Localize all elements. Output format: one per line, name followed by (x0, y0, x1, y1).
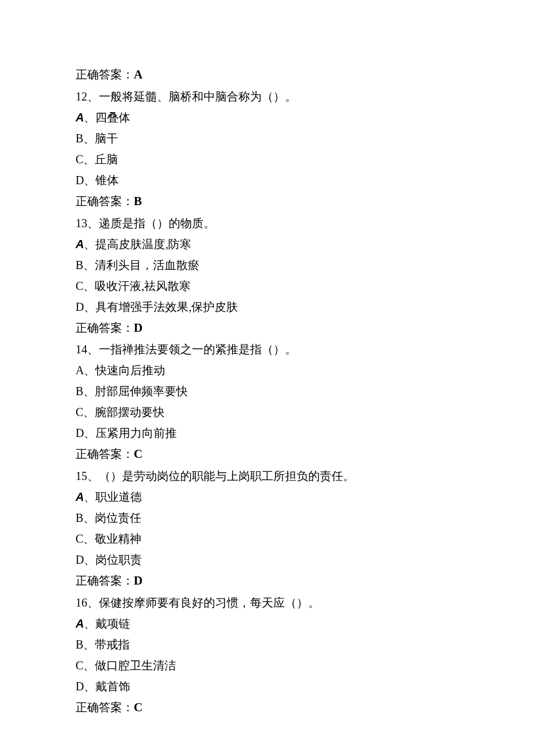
answer-line: 正确答案：C (76, 697, 459, 719)
answer-value: D (134, 574, 142, 587)
option-c: C、丘脑 (76, 149, 459, 170)
option-c: C、敬业精神 (76, 528, 459, 549)
answer-line: 正确答案：D (76, 317, 459, 339)
option-c: C、做口腔卫生清洁 (76, 655, 459, 676)
question-stem: 15、（）是劳动岗位的职能与上岗职工所担负的责任。 (76, 465, 459, 486)
option-letter: A (76, 617, 84, 630)
answer-label: 正确答案： (76, 574, 134, 587)
option-b: B、清利头目，活血散瘀 (76, 255, 459, 275)
answer-line: 正确答案：D (76, 570, 459, 592)
question-stem: 16、保健按摩师要有良好的习惯，每天应（）。 (76, 592, 459, 613)
answer-line: 正确答案：C (76, 443, 459, 465)
answer-value: C (134, 700, 142, 714)
option-d: D、具有增强手法效果,保护皮肤 (76, 296, 459, 317)
option-a: A、戴项链 (76, 613, 459, 634)
option-text: 、四叠体 (84, 111, 130, 124)
answer-label: 正确答案： (76, 447, 134, 460)
option-a: A、提高皮肤温度,防寒 (76, 234, 459, 255)
answer-value: C (134, 447, 142, 461)
option-letter: A (76, 111, 84, 124)
option-d: D、压紧用力向前推 (76, 422, 459, 443)
option-letter: A (76, 238, 84, 250)
option-text: 、职业道德 (84, 490, 142, 503)
answer-label: 正确答案： (76, 701, 134, 714)
option-b: B、带戒指 (76, 634, 459, 655)
answer-value: A (134, 67, 142, 81)
option-d: D、岗位职责 (76, 549, 459, 570)
option-a: A、快速向后推动 (76, 360, 459, 381)
option-c: C、吸收汗液,祛风散寒 (76, 275, 459, 296)
question-stem: 12、一般将延髓、脑桥和中脑合称为（）。 (76, 86, 459, 107)
option-d: D、戴首饰 (76, 676, 459, 697)
answer-label: 正确答案： (76, 195, 134, 207)
option-b: B、肘部屈伸频率要快 (76, 381, 459, 402)
option-a: A、职业道德 (76, 486, 459, 507)
option-c: C、腕部摆动要快 (76, 402, 459, 422)
option-b: B、岗位责任 (76, 507, 459, 528)
answer-value: D (134, 321, 142, 335)
answer-line: 正确答案：B (76, 191, 459, 213)
answer-label: 正确答案： (76, 321, 134, 334)
option-a: A、四叠体 (76, 107, 459, 128)
answer-value: B (134, 194, 142, 208)
answer-line: 正确答案：A (76, 64, 459, 86)
question-stem: 13、递质是指（）的物质。 (76, 213, 459, 234)
option-letter: A (76, 490, 84, 503)
option-b: B、脑干 (76, 128, 459, 149)
option-text: 、戴项链 (84, 617, 130, 630)
question-stem: 14、一指禅推法要领之一的紧推是指（）。 (76, 339, 459, 360)
option-d: D、锥体 (76, 170, 459, 191)
option-text: 、提高皮肤温度,防寒 (84, 238, 191, 250)
document-page: 正确答案：A 12、一般将延髓、脑桥和中脑合称为（）。 A、四叠体 B、脑干 C… (0, 0, 535, 756)
answer-label: 正确答案： (76, 68, 134, 81)
